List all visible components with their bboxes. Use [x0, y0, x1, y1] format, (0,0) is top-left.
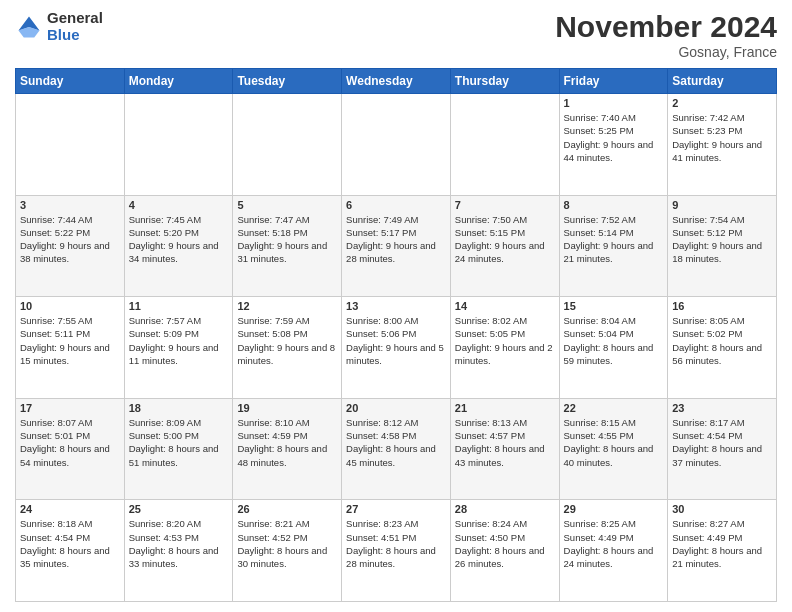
- day-number: 11: [129, 300, 229, 312]
- calendar-cell: 16Sunrise: 8:05 AM Sunset: 5:02 PM Dayli…: [668, 297, 777, 399]
- day-number: 15: [564, 300, 664, 312]
- day-info: Sunrise: 8:09 AM Sunset: 5:00 PM Dayligh…: [129, 416, 229, 469]
- day-info: Sunrise: 8:15 AM Sunset: 4:55 PM Dayligh…: [564, 416, 664, 469]
- calendar: Sunday Monday Tuesday Wednesday Thursday…: [15, 68, 777, 602]
- calendar-cell: 14Sunrise: 8:02 AM Sunset: 5:05 PM Dayli…: [450, 297, 559, 399]
- day-number: 5: [237, 199, 337, 211]
- day-number: 19: [237, 402, 337, 414]
- col-thursday: Thursday: [450, 69, 559, 94]
- day-number: 9: [672, 199, 772, 211]
- day-number: 26: [237, 503, 337, 515]
- calendar-cell: [124, 94, 233, 196]
- day-info: Sunrise: 8:05 AM Sunset: 5:02 PM Dayligh…: [672, 314, 772, 367]
- day-number: 25: [129, 503, 229, 515]
- calendar-cell: [450, 94, 559, 196]
- day-info: Sunrise: 8:10 AM Sunset: 4:59 PM Dayligh…: [237, 416, 337, 469]
- day-number: 23: [672, 402, 772, 414]
- month-title: November 2024: [555, 10, 777, 44]
- calendar-cell: [342, 94, 451, 196]
- calendar-cell: 13Sunrise: 8:00 AM Sunset: 5:06 PM Dayli…: [342, 297, 451, 399]
- calendar-cell: 7Sunrise: 7:50 AM Sunset: 5:15 PM Daylig…: [450, 195, 559, 297]
- col-wednesday: Wednesday: [342, 69, 451, 94]
- calendar-cell: [233, 94, 342, 196]
- day-info: Sunrise: 8:20 AM Sunset: 4:53 PM Dayligh…: [129, 517, 229, 570]
- calendar-cell: 17Sunrise: 8:07 AM Sunset: 5:01 PM Dayli…: [16, 398, 125, 500]
- day-number: 8: [564, 199, 664, 211]
- header-row: Sunday Monday Tuesday Wednesday Thursday…: [16, 69, 777, 94]
- calendar-cell: 21Sunrise: 8:13 AM Sunset: 4:57 PM Dayli…: [450, 398, 559, 500]
- day-info: Sunrise: 8:24 AM Sunset: 4:50 PM Dayligh…: [455, 517, 555, 570]
- calendar-header: Sunday Monday Tuesday Wednesday Thursday…: [16, 69, 777, 94]
- day-number: 6: [346, 199, 446, 211]
- calendar-cell: 1Sunrise: 7:40 AM Sunset: 5:25 PM Daylig…: [559, 94, 668, 196]
- day-number: 29: [564, 503, 664, 515]
- calendar-cell: 30Sunrise: 8:27 AM Sunset: 4:49 PM Dayli…: [668, 500, 777, 602]
- day-info: Sunrise: 7:49 AM Sunset: 5:17 PM Dayligh…: [346, 213, 446, 266]
- calendar-table: Sunday Monday Tuesday Wednesday Thursday…: [15, 68, 777, 602]
- logo-general-text: General: [47, 10, 103, 27]
- day-number: 13: [346, 300, 446, 312]
- day-info: Sunrise: 8:13 AM Sunset: 4:57 PM Dayligh…: [455, 416, 555, 469]
- day-number: 18: [129, 402, 229, 414]
- day-info: Sunrise: 7:55 AM Sunset: 5:11 PM Dayligh…: [20, 314, 120, 367]
- day-info: Sunrise: 8:25 AM Sunset: 4:49 PM Dayligh…: [564, 517, 664, 570]
- day-info: Sunrise: 7:42 AM Sunset: 5:23 PM Dayligh…: [672, 111, 772, 164]
- day-info: Sunrise: 8:02 AM Sunset: 5:05 PM Dayligh…: [455, 314, 555, 367]
- day-number: 20: [346, 402, 446, 414]
- day-number: 2: [672, 97, 772, 109]
- calendar-cell: 8Sunrise: 7:52 AM Sunset: 5:14 PM Daylig…: [559, 195, 668, 297]
- calendar-week-5: 24Sunrise: 8:18 AM Sunset: 4:54 PM Dayli…: [16, 500, 777, 602]
- day-number: 27: [346, 503, 446, 515]
- calendar-week-3: 10Sunrise: 7:55 AM Sunset: 5:11 PM Dayli…: [16, 297, 777, 399]
- calendar-cell: 11Sunrise: 7:57 AM Sunset: 5:09 PM Dayli…: [124, 297, 233, 399]
- day-info: Sunrise: 8:21 AM Sunset: 4:52 PM Dayligh…: [237, 517, 337, 570]
- calendar-cell: 10Sunrise: 7:55 AM Sunset: 5:11 PM Dayli…: [16, 297, 125, 399]
- day-number: 7: [455, 199, 555, 211]
- col-sunday: Sunday: [16, 69, 125, 94]
- col-tuesday: Tuesday: [233, 69, 342, 94]
- day-info: Sunrise: 8:00 AM Sunset: 5:06 PM Dayligh…: [346, 314, 446, 367]
- day-number: 22: [564, 402, 664, 414]
- calendar-cell: 24Sunrise: 8:18 AM Sunset: 4:54 PM Dayli…: [16, 500, 125, 602]
- calendar-week-2: 3Sunrise: 7:44 AM Sunset: 5:22 PM Daylig…: [16, 195, 777, 297]
- calendar-cell: 20Sunrise: 8:12 AM Sunset: 4:58 PM Dayli…: [342, 398, 451, 500]
- calendar-cell: 9Sunrise: 7:54 AM Sunset: 5:12 PM Daylig…: [668, 195, 777, 297]
- calendar-cell: [16, 94, 125, 196]
- calendar-week-4: 17Sunrise: 8:07 AM Sunset: 5:01 PM Dayli…: [16, 398, 777, 500]
- location: Gosnay, France: [555, 44, 777, 60]
- day-number: 16: [672, 300, 772, 312]
- day-info: Sunrise: 7:57 AM Sunset: 5:09 PM Dayligh…: [129, 314, 229, 367]
- day-number: 4: [129, 199, 229, 211]
- col-saturday: Saturday: [668, 69, 777, 94]
- day-info: Sunrise: 8:17 AM Sunset: 4:54 PM Dayligh…: [672, 416, 772, 469]
- logo-text: General Blue: [47, 10, 103, 43]
- day-info: Sunrise: 8:12 AM Sunset: 4:58 PM Dayligh…: [346, 416, 446, 469]
- col-friday: Friday: [559, 69, 668, 94]
- calendar-cell: 5Sunrise: 7:47 AM Sunset: 5:18 PM Daylig…: [233, 195, 342, 297]
- calendar-cell: 27Sunrise: 8:23 AM Sunset: 4:51 PM Dayli…: [342, 500, 451, 602]
- day-number: 14: [455, 300, 555, 312]
- day-number: 10: [20, 300, 120, 312]
- day-info: Sunrise: 8:04 AM Sunset: 5:04 PM Dayligh…: [564, 314, 664, 367]
- calendar-cell: 23Sunrise: 8:17 AM Sunset: 4:54 PM Dayli…: [668, 398, 777, 500]
- calendar-cell: 25Sunrise: 8:20 AM Sunset: 4:53 PM Dayli…: [124, 500, 233, 602]
- calendar-body: 1Sunrise: 7:40 AM Sunset: 5:25 PM Daylig…: [16, 94, 777, 602]
- logo: General Blue: [15, 10, 103, 43]
- title-block: November 2024 Gosnay, France: [555, 10, 777, 60]
- day-info: Sunrise: 7:52 AM Sunset: 5:14 PM Dayligh…: [564, 213, 664, 266]
- calendar-cell: 15Sunrise: 8:04 AM Sunset: 5:04 PM Dayli…: [559, 297, 668, 399]
- logo-icon: [15, 13, 43, 41]
- day-number: 12: [237, 300, 337, 312]
- day-number: 3: [20, 199, 120, 211]
- col-monday: Monday: [124, 69, 233, 94]
- calendar-cell: 3Sunrise: 7:44 AM Sunset: 5:22 PM Daylig…: [16, 195, 125, 297]
- calendar-cell: 22Sunrise: 8:15 AM Sunset: 4:55 PM Dayli…: [559, 398, 668, 500]
- calendar-cell: 29Sunrise: 8:25 AM Sunset: 4:49 PM Dayli…: [559, 500, 668, 602]
- day-number: 30: [672, 503, 772, 515]
- day-info: Sunrise: 7:59 AM Sunset: 5:08 PM Dayligh…: [237, 314, 337, 367]
- day-number: 17: [20, 402, 120, 414]
- day-info: Sunrise: 8:07 AM Sunset: 5:01 PM Dayligh…: [20, 416, 120, 469]
- day-info: Sunrise: 7:45 AM Sunset: 5:20 PM Dayligh…: [129, 213, 229, 266]
- day-number: 1: [564, 97, 664, 109]
- day-info: Sunrise: 8:23 AM Sunset: 4:51 PM Dayligh…: [346, 517, 446, 570]
